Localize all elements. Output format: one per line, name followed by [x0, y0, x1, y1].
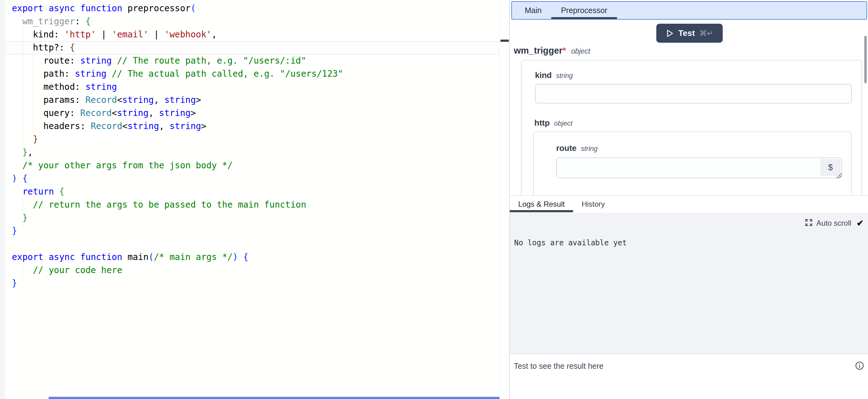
code-line: params: Record<string, string> — [0, 94, 499, 106]
dollar-icon: $ — [828, 163, 833, 173]
wm-trigger-name: wm_trigger — [514, 45, 562, 56]
function-tabbar: Main Preprocessor — [511, 1, 867, 20]
editor-bottom-scrollbar[interactable] — [49, 397, 499, 399]
code-line: export async function preprocessor( — [0, 2, 499, 15]
preprocessor-args-panel: Main Preprocessor Test ⌘↵ wm_trigger * o… — [510, 0, 868, 195]
tab-preprocessor[interactable]: Preprocessor — [551, 2, 617, 19]
autoscroll-control[interactable]: Auto scroll ✔ — [805, 218, 864, 228]
cmd-enter-shortcut: ⌘↵ — [699, 29, 713, 38]
code-editor[interactable]: export async function preprocessor( wm_t… — [0, 0, 499, 399]
code-line: /* your other args from the json body */ — [0, 159, 499, 172]
resize-handle-icon[interactable] — [835, 172, 842, 178]
route-input[interactable]: $ — [556, 157, 842, 178]
wm-trigger-type: object — [571, 47, 590, 56]
route-name: route — [556, 144, 577, 153]
tab-logs-result-label: Logs & Result — [518, 200, 565, 209]
code-line: // your code here — [0, 264, 499, 277]
http-name: http — [534, 118, 550, 128]
required-asterisk: * — [562, 45, 566, 56]
code-line: path: string // The actual path called, … — [0, 67, 499, 81]
route-type: string — [581, 145, 598, 153]
autoscroll-label: Auto scroll — [816, 219, 851, 227]
kind-name: kind — [535, 70, 552, 80]
autoscroll-checkmark-icon[interactable]: ✔ — [857, 218, 864, 228]
code-line: export async function main(/* main args … — [0, 251, 499, 264]
test-button[interactable]: Test ⌘↵ — [656, 24, 723, 43]
wm-trigger-header: wm_trigger * object — [514, 45, 590, 56]
code-line: } — [0, 224, 499, 238]
test-button-label: Test — [678, 28, 695, 38]
tab-history[interactable]: History — [573, 196, 613, 212]
kind-header: kind string — [535, 70, 573, 80]
code-line: ) { — [0, 172, 499, 185]
logs-body: Auto scroll ✔ No logs are available yet — [510, 213, 868, 354]
editor-scrollbar[interactable] — [499, 0, 509, 399]
code-line: }, — [0, 146, 499, 159]
code-line: http?: { — [0, 41, 499, 54]
code-line: wm_trigger: { — [0, 15, 499, 28]
code-line: } — [0, 133, 499, 146]
code-line: } — [0, 211, 499, 224]
tab-main[interactable]: Main — [515, 2, 551, 19]
route-header: route string — [556, 144, 598, 153]
http-type: object — [554, 119, 572, 127]
editor-code-area[interactable]: export async function preprocessor( wm_t… — [0, 2, 499, 290]
no-logs-message: No logs are available yet — [514, 239, 627, 247]
logs-panel: Logs & Result History Auto scroll ✔ No l… — [510, 195, 868, 354]
code-line: route: string // The route path, e.g. "/… — [0, 54, 499, 67]
code-line: return { — [0, 185, 499, 198]
kind-type: string — [556, 72, 573, 80]
code-line: method: string — [0, 81, 499, 94]
code-line — [0, 238, 499, 251]
expand-icon[interactable] — [805, 218, 813, 228]
code-line: headers: Record<string, string> — [0, 120, 499, 133]
result-hint-text: Test to see the result here — [514, 362, 603, 371]
code-line: } — [0, 277, 499, 290]
play-icon — [666, 29, 674, 38]
tab-logs-result[interactable]: Logs & Result — [510, 196, 573, 212]
logs-tabbar: Logs & Result History — [510, 196, 613, 212]
result-panel: Test to see the result here — [510, 354, 868, 399]
overview-ruler-cursor-mark — [500, 39, 509, 42]
http-object-box: route string $ path string — [533, 131, 852, 195]
form-scrollbar[interactable] — [864, 36, 867, 83]
wm-trigger-object-box: kind string http object route string $ p… — [521, 60, 862, 195]
code-line: query: Record<string, string> — [0, 106, 499, 120]
kind-input[interactable] — [535, 84, 852, 103]
code-line: kind: 'http' | 'email' | 'webhook', — [0, 28, 499, 41]
tab-history-label: History — [582, 200, 605, 209]
code-line: // return the args to be passed to the m… — [0, 198, 499, 211]
http-header: http object — [534, 118, 572, 128]
tab-main-label: Main — [525, 6, 541, 15]
info-icon[interactable] — [855, 361, 864, 372]
tab-preprocessor-label: Preprocessor — [561, 6, 607, 15]
